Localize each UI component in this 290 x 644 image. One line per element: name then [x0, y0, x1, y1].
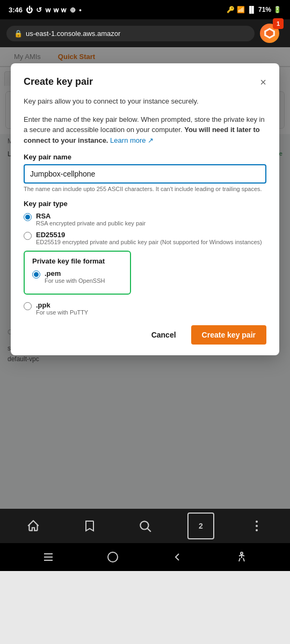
battery-level: 71%: [258, 6, 271, 13]
url-text: us-east-1.console.aws.amazor: [26, 30, 120, 38]
tab-count-badge: 1: [273, 18, 284, 29]
lock-icon: 🔒: [14, 30, 23, 38]
format-pem-radio[interactable]: [32, 270, 40, 279]
modal-close-button[interactable]: ×: [260, 77, 266, 87]
home-system-button[interactable]: [102, 546, 124, 568]
format-ppk-label-group: .ppk For use with PuTTY: [36, 301, 88, 316]
format-ppk: .ppk For use with PuTTY: [24, 301, 266, 316]
svg-line-18: [243, 558, 244, 561]
modal-footer: Cancel Create key pair: [24, 325, 266, 345]
keypair-ed25519-label: ED25519: [36, 231, 262, 239]
svg-point-9: [256, 525, 258, 527]
keypair-ed25519-radio[interactable]: [24, 232, 32, 240]
keypair-ed25519-desc: ED25519 encrypted private and public key…: [36, 239, 262, 245]
svg-point-15: [241, 552, 243, 554]
modal-title: Create key pair: [24, 76, 93, 87]
keypair-rsa-label-group: RSA RSA encrypted private and public key…: [36, 212, 146, 226]
svg-point-14: [108, 552, 118, 562]
format-ppk-label: .ppk: [36, 301, 88, 309]
private-key-label: Private key file format: [32, 257, 122, 265]
page-background: My AMIs Quick Start macOS Ubuntu Windows…: [0, 47, 290, 509]
signal-bars-icon: ▐▌: [247, 6, 256, 13]
back-system-button[interactable]: [166, 546, 188, 568]
power-icon: ⏻: [26, 6, 33, 14]
wifi-signal-icon: 📶: [237, 6, 245, 13]
format-ppk-radio[interactable]: [24, 302, 32, 310]
refresh-icon: ↺: [36, 6, 42, 14]
field-label-keypair-name: Key pair name: [24, 153, 266, 161]
battery-icon: 🔋: [273, 6, 281, 13]
cancel-button[interactable]: Cancel: [143, 325, 185, 345]
modal-overlay: Create key pair × Key pairs allow you to…: [0, 47, 290, 509]
url-bar[interactable]: 🔒 us-east-1.console.aws.amazor: [6, 26, 255, 41]
svg-line-17: [239, 558, 240, 561]
keypair-rsa-radio[interactable]: [24, 213, 32, 221]
keypair-type-label: Key pair type: [24, 200, 266, 208]
svg-point-8: [256, 521, 258, 523]
home-nav-button[interactable]: [20, 513, 47, 539]
keypair-type-ed25519: ED25519 ED25519 encrypted private and pu…: [24, 231, 266, 245]
search-nav-button[interactable]: [132, 513, 158, 539]
format-ppk-desc: For use with PuTTY: [36, 309, 88, 316]
svg-point-10: [256, 529, 258, 531]
keypair-name-input[interactable]: [24, 164, 266, 184]
format-pem-desc: For use with OpenSSH: [45, 277, 105, 284]
status-time: 3:46: [9, 6, 23, 14]
svg-point-6: [140, 521, 148, 529]
status-left: 3:46 ⏻ ↺ ᴡ ᴡ ᴡ ⊕ •: [9, 6, 82, 14]
field-hint-keypair-name: The name can include upto 255 ASCII char…: [24, 186, 266, 192]
format-pem-label-group: .pem For use with OpenSSH: [45, 269, 105, 284]
status-bar: 3:46 ⏻ ↺ ᴡ ᴡ ᴡ ⊕ • 🔑 📶 ▐▌ 71% 🔋: [0, 0, 290, 19]
wifi-icon: ⊕: [70, 6, 76, 14]
system-nav: [0, 543, 290, 571]
learn-more-link[interactable]: Learn more ↗: [110, 136, 154, 144]
key-icon: 🔑: [227, 6, 235, 13]
keypair-rsa-desc: RSA encrypted private and public key pai…: [36, 220, 146, 226]
keypair-type-rsa: RSA RSA encrypted private and public key…: [24, 212, 266, 226]
modal-header: Create key pair ×: [24, 76, 266, 87]
browser-tabs-indicator: ᴡ ᴡ ᴡ: [45, 6, 67, 14]
dot-indicator: •: [79, 6, 82, 14]
bookmark-nav-button[interactable]: [76, 513, 103, 539]
tabs-nav-button[interactable]: 2: [187, 513, 214, 539]
create-key-pair-button[interactable]: Create key pair: [191, 325, 266, 345]
more-nav-button[interactable]: [243, 513, 270, 539]
create-key-pair-modal: Create key pair × Key pairs allow you to…: [11, 63, 279, 355]
status-right: 🔑 📶 ▐▌ 71% 🔋: [227, 6, 281, 13]
menu-system-button[interactable]: [38, 546, 59, 568]
bottom-nav: 2: [0, 509, 290, 543]
keypair-ed25519-label-group: ED25519 ED25519 encrypted private and pu…: [36, 231, 262, 245]
svg-line-7: [148, 529, 151, 532]
format-pem: .pem For use with OpenSSH: [32, 269, 122, 284]
format-pem-label: .pem: [45, 269, 105, 277]
browser-bar: 🔒 us-east-1.console.aws.amazor 1: [0, 19, 290, 47]
modal-description-2: Enter the name of the key pair below. Wh…: [24, 114, 266, 146]
keypair-rsa-label: RSA: [36, 212, 146, 220]
tabs-count: 2: [199, 522, 203, 530]
modal-description-1: Key pairs allow you to connect to your i…: [24, 96, 266, 107]
brave-browser-icon-wrap: 1: [260, 24, 284, 43]
private-key-format-box: Private key file format .pem For use wit…: [24, 251, 131, 295]
accessibility-system-button[interactable]: [231, 546, 252, 568]
